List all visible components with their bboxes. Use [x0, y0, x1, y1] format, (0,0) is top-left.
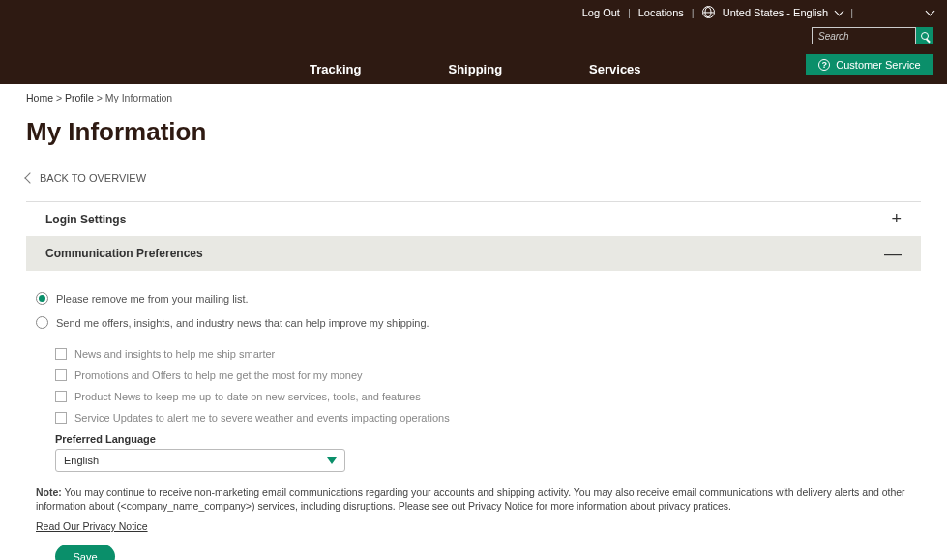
check-row-service: Service Updates to alert me to severe we…: [55, 412, 911, 424]
top-links: Log Out | Locations | Unted States - Eng…: [582, 6, 933, 18]
radio-remove-label: Please remove me from your mailing list.: [56, 293, 249, 305]
checkbox-product-label: Product News to keep me up-to-date on ne…: [74, 391, 421, 402]
radio-remove-mailing[interactable]: [36, 292, 48, 305]
note-label: Note:: [36, 486, 62, 498]
radio-row-send: Send me offers, insights, and industry n…: [36, 316, 911, 329]
checkbox-group: News and insights to help me ship smarte…: [55, 348, 911, 424]
communication-preferences-body: Please remove me from your mailing list.…: [26, 271, 921, 560]
separator: |: [628, 7, 631, 18]
customer-service-button[interactable]: ? Customer Service: [806, 54, 933, 75]
header: Log Out | Locations | Unted States - Eng…: [0, 0, 947, 84]
check-row-promo: Promotions and Offers to help me get the…: [55, 369, 911, 381]
separator: |: [850, 7, 853, 18]
preferred-language-select[interactable]: English: [55, 449, 345, 472]
back-link-label: BACK TO OVERVIEW: [40, 172, 146, 184]
check-row-product: Product News to keep me up-to-date on ne…: [55, 391, 911, 402]
note-text: Note: You may continue to receive non-ma…: [36, 486, 911, 513]
globe-icon: [702, 6, 715, 18]
customer-service-label: Customer Service: [836, 59, 920, 71]
locale-selector[interactable]: Unted States - English: [723, 7, 828, 18]
locations-link[interactable]: Locations: [638, 7, 684, 18]
nav-shipping[interactable]: Shipping: [448, 62, 502, 76]
nav-services[interactable]: Services: [589, 62, 641, 76]
privacy-notice-link[interactable]: Read Our Privacy Notice: [36, 520, 148, 532]
section-communication-preferences[interactable]: Communication Preferences —: [26, 236, 921, 271]
checkbox-service-label: Service Updates to alert me to severe we…: [74, 412, 450, 424]
checkbox-service-updates[interactable]: [55, 412, 67, 424]
triangle-down-icon: [327, 457, 337, 464]
search-box: [812, 27, 933, 44]
check-row-news: News and insights to help me ship smarte…: [55, 348, 911, 360]
search-icon: [921, 32, 929, 40]
save-button[interactable]: Save: [55, 545, 115, 560]
search-input[interactable]: [812, 27, 916, 44]
checkbox-news[interactable]: [55, 348, 67, 360]
chevron-down-icon[interactable]: [926, 7, 935, 16]
search-button[interactable]: [916, 27, 933, 44]
chevron-down-icon[interactable]: [835, 7, 844, 16]
back-link[interactable]: BACK TO OVERVIEW: [26, 172, 921, 184]
logout-link[interactable]: Log Out: [582, 7, 620, 18]
note-body: You may continue to receive non-marketin…: [36, 486, 905, 512]
section-login-settings[interactable]: Login Settings +: [26, 201, 921, 236]
preferred-language-label: Preferred Language: [55, 433, 911, 445]
breadcrumb-current: My Information: [105, 92, 172, 103]
radio-row-remove: Please remove me from your mailing list.: [36, 292, 911, 305]
checkbox-product-news[interactable]: [55, 391, 67, 402]
breadcrumb: Home > Profile > My Information: [26, 84, 921, 111]
checkbox-promotions[interactable]: [55, 369, 67, 381]
breadcrumb-profile[interactable]: Profile: [65, 92, 94, 103]
radio-send-label: Send me offers, insights, and industry n…: [56, 317, 429, 329]
plus-icon: +: [891, 209, 902, 229]
help-icon: ?: [818, 59, 830, 71]
page-title: My Information: [26, 117, 921, 147]
minus-icon: —: [884, 244, 902, 264]
checkbox-news-label: News and insights to help me ship smarte…: [74, 348, 275, 360]
checkbox-promo-label: Promotions and Offers to help me get the…: [74, 369, 363, 381]
section-comm-label: Communication Preferences: [45, 247, 203, 260]
radio-send-offers[interactable]: [36, 316, 48, 329]
nav-tracking[interactable]: Tracking: [310, 62, 361, 76]
content: Home > Profile > My Information My Infor…: [0, 84, 947, 560]
separator: |: [692, 7, 695, 18]
main-nav: Tracking Shipping Services: [310, 62, 641, 76]
chevron-left-icon: [24, 172, 35, 183]
breadcrumb-home[interactable]: Home: [26, 92, 53, 103]
preferred-language-value: English: [64, 455, 99, 466]
section-login-label: Login Settings: [45, 213, 126, 226]
